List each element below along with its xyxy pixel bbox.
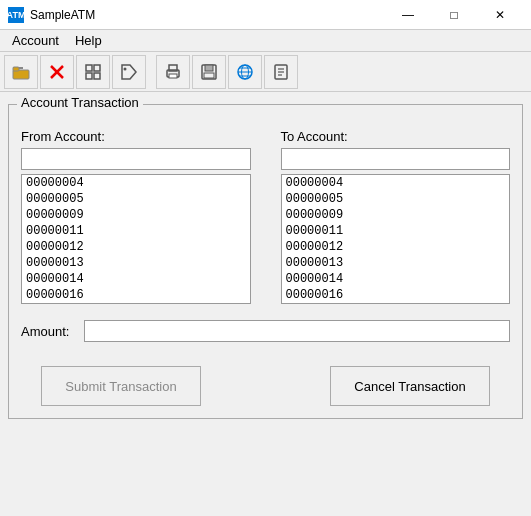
list-item[interactable]: 00000004 xyxy=(22,175,250,191)
list-item[interactable]: 00000004 xyxy=(282,175,510,191)
svg-rect-13 xyxy=(169,74,177,78)
toolbar-btn-2[interactable] xyxy=(40,55,74,89)
svg-rect-8 xyxy=(94,73,100,79)
from-account-listbox[interactable]: 00000004 00000005 00000009 00000011 0000… xyxy=(21,174,251,304)
svg-point-10 xyxy=(124,67,127,70)
svg-rect-6 xyxy=(94,65,100,71)
toolbar-btn-8[interactable] xyxy=(264,55,298,89)
toolbar xyxy=(0,52,531,92)
list-item[interactable]: 00000012 xyxy=(282,239,510,255)
submit-transaction-button[interactable]: Submit Transaction xyxy=(41,366,201,406)
window-controls: — □ ✕ xyxy=(385,0,523,30)
menu-help[interactable]: Help xyxy=(67,31,110,50)
main-content: Account Transaction From Account: 000000… xyxy=(0,92,531,427)
list-item[interactable]: 00000009 xyxy=(22,207,250,223)
svg-rect-15 xyxy=(205,65,213,71)
svg-rect-2 xyxy=(13,67,19,71)
svg-marker-9 xyxy=(122,65,136,79)
title-bar: ATM SampleATM — □ ✕ xyxy=(0,0,531,30)
list-item[interactable]: 00000016 xyxy=(22,287,250,303)
svg-rect-5 xyxy=(86,65,92,71)
svg-rect-7 xyxy=(86,73,92,79)
list-item[interactable]: 00000013 xyxy=(22,255,250,271)
window-title: SampleATM xyxy=(30,8,385,22)
toolbar-btn-7[interactable] xyxy=(228,55,262,89)
list-item[interactable]: 00000017 xyxy=(282,303,510,304)
amount-input[interactable] xyxy=(84,320,510,342)
account-transaction-group: Account Transaction From Account: 000000… xyxy=(8,104,523,419)
accounts-row: From Account: 00000004 00000005 00000009… xyxy=(21,129,510,304)
list-item[interactable]: 00000009 xyxy=(282,207,510,223)
list-item[interactable]: 00000014 xyxy=(22,271,250,287)
toolbar-btn-6[interactable] xyxy=(192,55,226,89)
amount-label: Amount: xyxy=(21,324,76,339)
from-account-col: From Account: 00000004 00000005 00000009… xyxy=(21,129,251,304)
toolbar-btn-5[interactable] xyxy=(156,55,190,89)
to-account-label: To Account: xyxy=(281,129,511,144)
amount-row: Amount: xyxy=(21,320,510,342)
list-item[interactable]: 00000017 xyxy=(22,303,250,304)
toolbar-btn-3[interactable] xyxy=(76,55,110,89)
minimize-button[interactable]: — xyxy=(385,0,431,30)
toolbar-btn-1[interactable] xyxy=(4,55,38,89)
from-account-label: From Account: xyxy=(21,129,251,144)
maximize-button[interactable]: □ xyxy=(431,0,477,30)
from-account-input[interactable] xyxy=(21,148,251,170)
buttons-row: Submit Transaction Cancel Transaction xyxy=(21,366,510,406)
to-account-col: To Account: 00000004 00000005 00000009 0… xyxy=(281,129,511,304)
list-item[interactable]: 00000011 xyxy=(282,223,510,239)
cancel-transaction-button[interactable]: Cancel Transaction xyxy=(330,366,490,406)
toolbar-btn-4[interactable] xyxy=(112,55,146,89)
list-item[interactable]: 00000014 xyxy=(282,271,510,287)
close-button[interactable]: ✕ xyxy=(477,0,523,30)
list-item[interactable]: 00000012 xyxy=(22,239,250,255)
to-account-input[interactable] xyxy=(281,148,511,170)
svg-rect-16 xyxy=(204,73,214,78)
app-icon: ATM xyxy=(8,7,24,23)
list-item[interactable]: 00000005 xyxy=(22,191,250,207)
list-item[interactable]: 00000013 xyxy=(282,255,510,271)
menu-account[interactable]: Account xyxy=(4,31,67,50)
list-item[interactable]: 00000011 xyxy=(22,223,250,239)
group-box-legend: Account Transaction xyxy=(17,95,143,110)
menu-bar: Account Help xyxy=(0,30,531,52)
to-account-listbox[interactable]: 00000004 00000005 00000009 00000011 0000… xyxy=(281,174,511,304)
list-item[interactable]: 00000016 xyxy=(282,287,510,303)
list-item[interactable]: 00000005 xyxy=(282,191,510,207)
